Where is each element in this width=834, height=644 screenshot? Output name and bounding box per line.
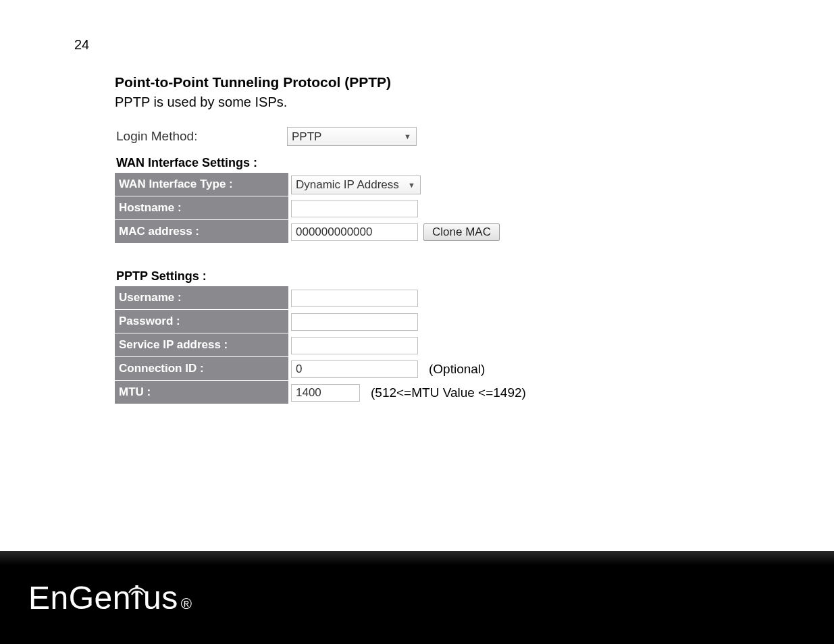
login-method-select-wrap: PPTP ▼	[287, 127, 417, 146]
mtu-value-cell: (512<=MTU Value <=1492)	[288, 383, 529, 403]
wan-interface-type-select-wrap: Dynamic IP Address ▼	[291, 176, 421, 194]
mac-address-value-cell: Clone MAC	[288, 222, 502, 242]
connection-id-value-cell: (Optional)	[288, 359, 488, 379]
connection-id-label: Connection ID :	[115, 357, 288, 381]
username-input[interactable]	[291, 290, 418, 307]
wifi-icon	[127, 567, 147, 604]
wan-settings-table: WAN Interface Type : Dynamic IP Address …	[115, 173, 723, 244]
wan-interface-type-value-cell: Dynamic IP Address ▼	[288, 174, 423, 196]
hostname-value-cell	[288, 198, 421, 219]
logo-text-en: En	[28, 579, 69, 616]
username-label: Username :	[115, 286, 288, 310]
hostname-input[interactable]	[291, 200, 418, 217]
connection-id-row: Connection ID : (Optional)	[115, 357, 723, 381]
wan-settings-header: WAN Interface Settings :	[115, 153, 723, 173]
service-ip-input[interactable]	[291, 337, 418, 354]
engenius-logo: EnGen i us®	[28, 579, 192, 616]
password-value-cell	[288, 312, 421, 332]
page-number: 24	[74, 37, 89, 53]
section-title: Point-to-Point Tunneling Protocol (PPTP)	[115, 74, 723, 90]
connection-id-hint: (Optional)	[429, 362, 485, 377]
password-label: Password :	[115, 310, 288, 333]
hostname-row: Hostname :	[115, 196, 723, 220]
logo-i-wrap: i	[131, 579, 143, 616]
mac-address-row: MAC address : Clone MAC	[115, 220, 723, 244]
service-ip-value-cell	[288, 336, 421, 356]
wan-interface-type-row: WAN Interface Type : Dynamic IP Address …	[115, 173, 723, 196]
logo-text-us: us	[143, 579, 178, 616]
mac-address-label: MAC address :	[115, 220, 288, 244]
service-ip-row: Service IP address :	[115, 333, 723, 357]
pptp-settings-table: Username : Password : Service IP address…	[115, 286, 723, 404]
mtu-hint: (512<=MTU Value <=1492)	[371, 385, 526, 400]
hostname-label: Hostname :	[115, 196, 288, 220]
section-subtitle: PPTP is used by some ISPs.	[115, 95, 723, 110]
registered-icon: ®	[181, 595, 192, 613]
login-method-label: Login Method:	[115, 126, 287, 146]
connection-id-input[interactable]	[291, 360, 418, 378]
footer: EnGen i us®	[0, 551, 834, 644]
username-row: Username :	[115, 286, 723, 310]
username-value-cell	[288, 288, 421, 308]
wan-interface-type-select[interactable]: Dynamic IP Address	[291, 176, 421, 194]
clone-mac-button[interactable]: Clone MAC	[423, 223, 500, 241]
logo-text-gen: Gen	[69, 579, 131, 616]
mtu-input[interactable]	[291, 384, 360, 402]
service-ip-label: Service IP address :	[115, 333, 288, 357]
section-spacer	[115, 244, 723, 264]
content-area: Point-to-Point Tunneling Protocol (PPTP)…	[115, 74, 723, 404]
password-row: Password :	[115, 310, 723, 333]
mac-address-input[interactable]	[291, 223, 418, 241]
password-input[interactable]	[291, 313, 418, 331]
login-method-row: Login Method: PPTP ▼	[115, 126, 723, 146]
mtu-label: MTU :	[115, 381, 288, 404]
mtu-row: MTU : (512<=MTU Value <=1492)	[115, 381, 723, 404]
wan-interface-type-label: WAN Interface Type :	[115, 173, 288, 196]
pptp-settings-header: PPTP Settings :	[115, 267, 723, 286]
login-method-select[interactable]: PPTP	[287, 127, 417, 146]
